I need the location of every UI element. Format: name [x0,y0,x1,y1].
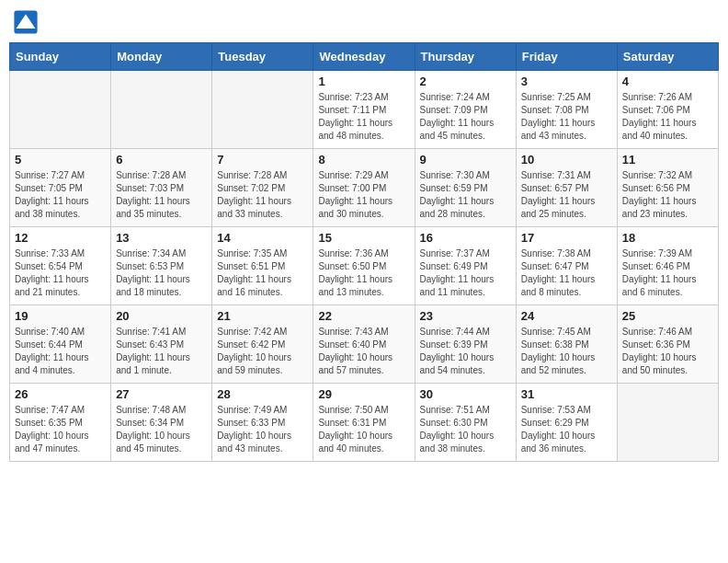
day-info: Sunrise: 7:47 AMSunset: 6:35 PMDaylight:… [15,404,106,455]
day-info: Sunrise: 7:32 AMSunset: 6:56 PMDaylight:… [622,169,713,221]
day-info: Sunrise: 7:28 AMSunset: 7:02 PMDaylight:… [217,169,308,221]
day-info: Sunrise: 7:29 AMSunset: 7:00 PMDaylight:… [318,169,409,221]
day-info: Sunrise: 7:50 AMSunset: 6:31 PMDaylight:… [318,404,409,455]
calendar-cell: 17Sunrise: 7:38 AMSunset: 6:47 PMDayligh… [516,227,617,305]
calendar-cell [617,384,718,462]
calendar-cell [212,71,313,149]
day-info: Sunrise: 7:30 AMSunset: 6:59 PMDaylight:… [420,169,511,221]
calendar-cell: 21Sunrise: 7:42 AMSunset: 6:42 PMDayligh… [212,305,313,384]
day-number: 21 [217,309,308,323]
calendar-cell: 8Sunrise: 7:29 AMSunset: 7:00 PMDaylight… [313,149,415,227]
day-info: Sunrise: 7:45 AMSunset: 6:38 PMDaylight:… [521,326,612,377]
day-number: 7 [217,153,308,167]
day-number: 17 [521,231,612,245]
day-number: 15 [318,231,409,245]
day-number: 6 [116,153,207,167]
day-number: 18 [622,231,713,245]
day-info: Sunrise: 7:24 AMSunset: 7:09 PMDaylight:… [420,91,511,143]
logo-icon [13,9,39,35]
day-number: 14 [217,231,308,245]
calendar-cell [111,71,212,149]
day-number: 30 [420,387,511,401]
day-info: Sunrise: 7:49 AMSunset: 6:33 PMDaylight:… [217,404,308,455]
day-info: Sunrise: 7:44 AMSunset: 6:39 PMDaylight:… [420,326,511,377]
day-number: 4 [622,75,713,88]
weekday-header-monday: Monday [111,43,212,71]
calendar-cell: 7Sunrise: 7:28 AMSunset: 7:02 PMDaylight… [212,149,313,227]
day-info: Sunrise: 7:43 AMSunset: 6:40 PMDaylight:… [318,326,409,377]
day-info: Sunrise: 7:46 AMSunset: 6:36 PMDaylight:… [622,326,713,377]
weekday-header-wednesday: Wednesday [313,43,415,71]
day-number: 26 [15,387,106,401]
day-info: Sunrise: 7:39 AMSunset: 6:46 PMDaylight:… [622,247,713,299]
day-info: Sunrise: 7:31 AMSunset: 6:57 PMDaylight:… [521,169,612,221]
calendar-cell: 10Sunrise: 7:31 AMSunset: 6:57 PMDayligh… [516,149,617,227]
calendar-cell: 6Sunrise: 7:28 AMSunset: 7:03 PMDaylight… [111,149,212,227]
calendar-cell: 3Sunrise: 7:25 AMSunset: 7:08 PMDaylight… [516,71,617,149]
day-number: 25 [622,309,713,323]
page-header [9,9,719,35]
day-info: Sunrise: 7:27 AMSunset: 7:05 PMDaylight:… [15,169,106,221]
day-number: 13 [116,231,207,245]
day-number: 5 [15,153,106,167]
calendar-cell: 22Sunrise: 7:43 AMSunset: 6:40 PMDayligh… [313,305,415,384]
calendar-cell: 31Sunrise: 7:53 AMSunset: 6:29 PMDayligh… [516,384,617,462]
day-info: Sunrise: 7:23 AMSunset: 7:11 PMDaylight:… [318,91,409,143]
day-info: Sunrise: 7:33 AMSunset: 6:54 PMDaylight:… [15,247,106,299]
day-info: Sunrise: 7:40 AMSunset: 6:44 PMDaylight:… [15,326,106,377]
calendar-cell: 15Sunrise: 7:36 AMSunset: 6:50 PMDayligh… [313,227,415,305]
day-info: Sunrise: 7:26 AMSunset: 7:06 PMDaylight:… [622,91,713,143]
day-number: 12 [15,231,106,245]
calendar-cell: 9Sunrise: 7:30 AMSunset: 6:59 PMDaylight… [415,149,516,227]
calendar-cell: 16Sunrise: 7:37 AMSunset: 6:49 PMDayligh… [415,227,516,305]
day-number: 20 [116,309,207,323]
day-info: Sunrise: 7:28 AMSunset: 7:03 PMDaylight:… [116,169,207,221]
calendar-cell: 11Sunrise: 7:32 AMSunset: 6:56 PMDayligh… [617,149,718,227]
day-info: Sunrise: 7:34 AMSunset: 6:53 PMDaylight:… [116,247,207,299]
calendar-cell: 1Sunrise: 7:23 AMSunset: 7:11 PMDaylight… [313,71,415,149]
day-number: 11 [622,153,713,167]
calendar-cell: 29Sunrise: 7:50 AMSunset: 6:31 PMDayligh… [313,384,415,462]
day-number: 22 [318,309,409,323]
day-info: Sunrise: 7:48 AMSunset: 6:34 PMDaylight:… [116,404,207,455]
calendar-cell: 25Sunrise: 7:46 AMSunset: 6:36 PMDayligh… [617,305,718,384]
calendar-cell: 26Sunrise: 7:47 AMSunset: 6:35 PMDayligh… [10,384,111,462]
calendar: SundayMondayTuesdayWednesdayThursdayFrid… [9,42,719,462]
day-info: Sunrise: 7:36 AMSunset: 6:50 PMDaylight:… [318,247,409,299]
day-number: 16 [420,231,511,245]
day-number: 28 [217,387,308,401]
day-number: 8 [318,153,409,167]
day-number: 24 [521,309,612,323]
calendar-cell: 19Sunrise: 7:40 AMSunset: 6:44 PMDayligh… [10,305,111,384]
day-number: 2 [420,75,511,88]
calendar-cell [10,71,111,149]
day-number: 31 [521,387,612,401]
day-info: Sunrise: 7:35 AMSunset: 6:51 PMDaylight:… [217,247,308,299]
day-number: 9 [420,153,511,167]
calendar-cell: 2Sunrise: 7:24 AMSunset: 7:09 PMDaylight… [415,71,516,149]
calendar-cell: 20Sunrise: 7:41 AMSunset: 6:43 PMDayligh… [111,305,212,384]
calendar-cell: 12Sunrise: 7:33 AMSunset: 6:54 PMDayligh… [10,227,111,305]
day-number: 3 [521,75,612,88]
weekday-header-tuesday: Tuesday [212,43,313,71]
day-number: 23 [420,309,511,323]
weekday-header-friday: Friday [516,43,617,71]
logo [13,9,42,35]
day-number: 10 [521,153,612,167]
day-info: Sunrise: 7:41 AMSunset: 6:43 PMDaylight:… [116,326,207,377]
weekday-header-saturday: Saturday [617,43,718,71]
calendar-cell: 4Sunrise: 7:26 AMSunset: 7:06 PMDaylight… [617,71,718,149]
calendar-cell: 28Sunrise: 7:49 AMSunset: 6:33 PMDayligh… [212,384,313,462]
calendar-cell: 23Sunrise: 7:44 AMSunset: 6:39 PMDayligh… [415,305,516,384]
weekday-header-thursday: Thursday [415,43,516,71]
calendar-cell: 14Sunrise: 7:35 AMSunset: 6:51 PMDayligh… [212,227,313,305]
calendar-cell: 18Sunrise: 7:39 AMSunset: 6:46 PMDayligh… [617,227,718,305]
day-info: Sunrise: 7:53 AMSunset: 6:29 PMDaylight:… [521,404,612,455]
weekday-header-sunday: Sunday [10,43,111,71]
calendar-cell: 30Sunrise: 7:51 AMSunset: 6:30 PMDayligh… [415,384,516,462]
calendar-cell: 24Sunrise: 7:45 AMSunset: 6:38 PMDayligh… [516,305,617,384]
day-info: Sunrise: 7:51 AMSunset: 6:30 PMDaylight:… [420,404,511,455]
day-number: 19 [15,309,106,323]
day-number: 29 [318,387,409,401]
day-number: 27 [116,387,207,401]
